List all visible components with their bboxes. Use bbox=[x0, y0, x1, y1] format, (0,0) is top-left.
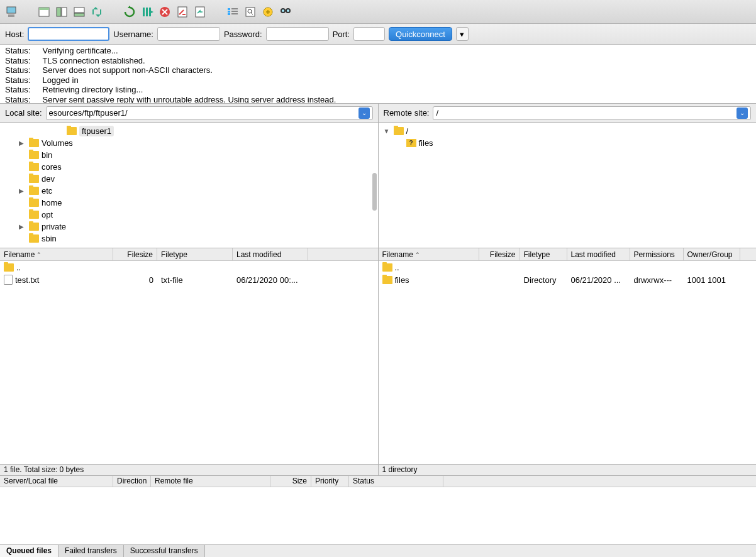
col-lastmod[interactable]: Last modified bbox=[567, 248, 630, 260]
tab-queued[interactable]: Queued files bbox=[0, 545, 58, 557]
svg-rect-5 bbox=[62, 8, 67, 16]
chevron-down-icon[interactable]: ⌄ bbox=[359, 108, 370, 119]
local-filelist[interactable]: ..test.txt0txt-file06/21/2020 00:... bbox=[0, 261, 378, 464]
log-line: Status: Retrieving directory listing... bbox=[5, 85, 751, 95]
remote-path-text: / bbox=[436, 108, 737, 118]
col-filetype[interactable]: Filetype bbox=[520, 248, 567, 260]
col-lastmod[interactable]: Last modified bbox=[233, 248, 308, 260]
toggle-tree-icon[interactable] bbox=[54, 4, 69, 19]
new-tab-icon[interactable] bbox=[36, 4, 52, 19]
queue-header[interactable]: Server/Local file Direction Remote file … bbox=[0, 476, 756, 487]
transfer-queue: Server/Local file Direction Remote file … bbox=[0, 476, 756, 557]
col-direction[interactable]: Direction bbox=[113, 476, 151, 487]
svg-rect-4 bbox=[57, 8, 61, 16]
tree-item[interactable]: ▶sbin bbox=[0, 233, 378, 245]
col-remotefile[interactable]: Remote file bbox=[151, 476, 270, 487]
folder-question-icon: ? bbox=[406, 139, 416, 147]
tree-item[interactable]: ▶?files bbox=[379, 137, 757, 149]
tree-item[interactable]: ▶Volumes bbox=[0, 137, 378, 149]
main-toolbar bbox=[0, 0, 756, 24]
cancel-icon[interactable] bbox=[157, 4, 172, 19]
username-input[interactable] bbox=[157, 27, 220, 41]
svg-rect-26 bbox=[246, 8, 255, 16]
col-filename[interactable]: Filename ⌃ bbox=[379, 248, 479, 260]
toggle-queue-icon[interactable] bbox=[72, 4, 87, 19]
connection-bar: Host: Username: Password: Port: Quickcon… bbox=[0, 24, 756, 45]
tree-item[interactable]: ▶opt bbox=[0, 209, 378, 221]
tree-item[interactable]: ▶etc bbox=[0, 185, 378, 197]
chevron-down-icon[interactable]: ⌄ bbox=[737, 108, 748, 119]
scrollbar-thumb[interactable] bbox=[372, 173, 377, 211]
remote-pane: Remote site: / ⌄ ▼/▶?files Filename ⌃ Fi… bbox=[379, 104, 757, 475]
col-status[interactable]: Status bbox=[349, 476, 443, 487]
col-filesize[interactable]: Filesize bbox=[113, 248, 157, 260]
remote-pathbar: Remote site: / ⌄ bbox=[379, 104, 757, 123]
svg-rect-11 bbox=[146, 8, 148, 16]
list-item[interactable]: .. bbox=[0, 261, 378, 273]
col-filesize[interactable]: Filesize bbox=[479, 248, 520, 260]
message-log: Status: Verifying certificate...Status: … bbox=[0, 45, 756, 104]
compare-icon[interactable] bbox=[260, 4, 275, 19]
folder-icon bbox=[29, 139, 39, 147]
password-input[interactable] bbox=[266, 27, 329, 41]
log-line: Status: Server sent passive reply with u… bbox=[5, 95, 751, 104]
list-item[interactable]: .. bbox=[379, 261, 757, 273]
svg-rect-20 bbox=[228, 8, 230, 10]
col-owner[interactable]: Owner/Group bbox=[684, 248, 740, 260]
col-filename[interactable]: Filename ⌃ bbox=[0, 248, 113, 260]
tab-failed[interactable]: Failed transfers bbox=[58, 545, 124, 557]
site-manager-icon[interactable] bbox=[4, 4, 19, 19]
host-input[interactable] bbox=[28, 27, 109, 41]
list-item[interactable]: test.txt0txt-file06/21/2020 00:... bbox=[0, 273, 378, 286]
quickconnect-dropdown[interactable]: ▾ bbox=[456, 27, 469, 41]
folder-icon bbox=[29, 163, 39, 171]
queue-body[interactable] bbox=[0, 487, 756, 544]
folder-icon bbox=[4, 263, 14, 272]
tree-item[interactable]: ▶home bbox=[0, 197, 378, 209]
svg-rect-7 bbox=[74, 13, 84, 16]
disconnect-icon[interactable] bbox=[175, 4, 190, 19]
remote-tree[interactable]: ▼/▶?files bbox=[379, 123, 757, 248]
local-file-header[interactable]: Filename ⌃ Filesize Filetype Last modifi… bbox=[0, 248, 378, 261]
refresh-icon[interactable] bbox=[122, 4, 137, 19]
port-input[interactable] bbox=[353, 27, 385, 41]
svg-rect-6 bbox=[74, 8, 84, 13]
sort-asc-icon: ⌃ bbox=[415, 251, 420, 258]
local-path-select[interactable]: esources/ftp/ftpuser1/ ⌄ bbox=[46, 106, 373, 120]
tree-item[interactable]: ▶dev bbox=[0, 173, 378, 185]
site-panes: Local site: esources/ftp/ftpuser1/ ⌄ ▶ft… bbox=[0, 104, 756, 476]
tab-successful[interactable]: Successful transfers bbox=[124, 545, 205, 557]
list-item[interactable]: filesDirectory06/21/2020 ...drwxrwx---10… bbox=[379, 273, 757, 286]
col-filetype[interactable]: Filetype bbox=[157, 248, 233, 260]
col-priority[interactable]: Priority bbox=[311, 476, 349, 487]
remote-filelist[interactable]: ..filesDirectory06/21/2020 ...drwxrwx---… bbox=[379, 261, 757, 464]
tree-item[interactable]: ▶bin bbox=[0, 149, 378, 161]
find-icon[interactable] bbox=[278, 4, 293, 19]
tree-item[interactable]: ▼/ bbox=[379, 125, 757, 137]
log-line: Status: TLS connection established. bbox=[5, 56, 751, 66]
reconnect-icon[interactable] bbox=[192, 4, 208, 19]
sync-browsing-icon[interactable] bbox=[89, 4, 104, 19]
remote-status: 1 directory bbox=[379, 464, 757, 475]
tree-item[interactable]: ▶ftpuser1 bbox=[0, 125, 378, 137]
filter-icon[interactable] bbox=[225, 4, 240, 19]
tree-item[interactable]: ▶private bbox=[0, 221, 378, 233]
quickconnect-button[interactable]: Quickconnect bbox=[389, 27, 452, 41]
local-tree[interactable]: ▶ftpuser1▶Volumes▶bin▶cores▶dev▶etc▶home… bbox=[0, 123, 378, 248]
search-icon[interactable] bbox=[243, 4, 258, 19]
local-pathbar: Local site: esources/ftp/ftpuser1/ ⌄ bbox=[0, 104, 378, 123]
folder-icon bbox=[382, 263, 392, 272]
tree-item[interactable]: ▶cores bbox=[0, 161, 378, 173]
folder-icon bbox=[29, 211, 39, 219]
col-size[interactable]: Size bbox=[270, 476, 311, 487]
folder-icon bbox=[29, 187, 39, 195]
remote-file-header[interactable]: Filename ⌃ Filesize Filetype Last modifi… bbox=[379, 248, 757, 261]
svg-rect-22 bbox=[228, 13, 230, 15]
queue-tabs: Queued files Failed transfers Successful… bbox=[0, 544, 756, 557]
col-permissions[interactable]: Permissions bbox=[630, 248, 684, 260]
remote-path-select[interactable]: / ⌄ bbox=[433, 106, 751, 120]
local-site-label: Local site: bbox=[5, 108, 42, 118]
process-queue-icon[interactable] bbox=[140, 4, 155, 19]
svg-rect-12 bbox=[149, 8, 151, 16]
col-server[interactable]: Server/Local file bbox=[0, 476, 113, 487]
